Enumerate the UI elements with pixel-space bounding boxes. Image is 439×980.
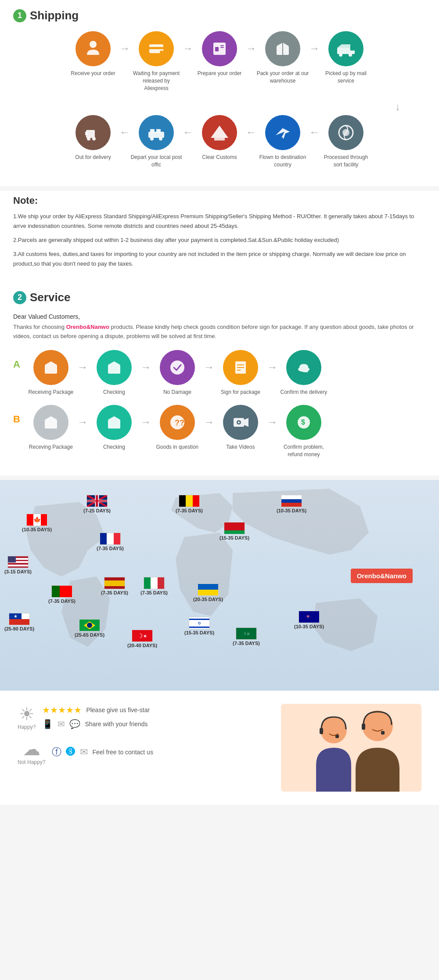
a-arrow4: →	[267, 361, 277, 373]
flow-a-receive: Receiving Package	[25, 350, 77, 396]
b-arrow2: →	[140, 416, 151, 428]
flow-item-prepare: Prepare your order	[193, 31, 246, 77]
happy-info: ★★★★★ Please give us five-star 📱 ✉ 💬 Sha…	[42, 705, 150, 729]
stars-row: ★★★★★ Please give us five-star	[42, 705, 150, 715]
mail-icon: ✉	[80, 746, 88, 758]
customs-label: Clear Customs	[202, 154, 237, 161]
b-video-icon	[223, 405, 258, 440]
svg-rect-5	[215, 47, 219, 51]
belgium-days: (7-35 DAYS)	[176, 508, 203, 513]
svg-point-17	[92, 137, 96, 141]
svg-rect-34	[45, 420, 57, 429]
svg-rect-6	[220, 45, 224, 46]
arrow3: →	[246, 42, 256, 54]
svg-point-3	[160, 50, 163, 54]
svg-rect-28	[108, 365, 120, 374]
service-intro: Dear Valued Customers,	[13, 313, 426, 320]
shipping-num: 1	[13, 9, 26, 22]
uk-days: (7-25 DAYS)	[83, 508, 111, 513]
not-happy-label: Not Happy?	[18, 759, 45, 765]
a-arrow1: →	[77, 361, 88, 373]
processed-label: Processed through sort facility	[320, 154, 372, 169]
service-row-a: A Receiving Package → Checking → No D	[13, 350, 426, 396]
happy-row: ☀ Happy? ★★★★★ Please give us five-star …	[18, 704, 268, 730]
svg-rect-15	[85, 132, 87, 135]
svg-rect-27	[45, 365, 57, 374]
flag-belgium: (7-35 DAYS)	[176, 495, 203, 513]
svg-point-16	[87, 137, 90, 141]
five-star-text: Please give us five-star	[86, 706, 150, 713]
row-a-flow: Receiving Package → Checking → No Damage…	[25, 350, 426, 396]
flow-b-receive: Receving Package	[25, 405, 77, 451]
pickup-label: Picked up by mail service	[320, 70, 372, 85]
shipping-title: 1 Shipping	[13, 9, 426, 22]
prepare-icon	[202, 31, 237, 66]
note-title: Note:	[13, 195, 426, 206]
flag-belarus: (15-35 DAYS)	[220, 522, 249, 540]
brand-box: Orenbo&Nanwo	[351, 569, 413, 583]
a-receive-label: Receiving Package	[29, 389, 74, 396]
a-confirm-label: Confirm the delivery	[281, 389, 327, 396]
service-title: 2 Service	[13, 291, 426, 304]
flow-item-delivery: Out for delivery	[67, 115, 119, 161]
flow-item-receive: Receive your order	[67, 31, 119, 77]
svg-point-29	[170, 360, 184, 375]
svg-rect-24	[214, 138, 225, 141]
a-sign-icon	[223, 350, 258, 385]
payment-label: Waiting for payment released by Aliexpre…	[130, 70, 183, 92]
russia-days: (10-35 DAYS)	[277, 508, 306, 513]
arrow-left4: ←	[309, 126, 320, 138]
svg-rect-49	[381, 731, 385, 735]
note-text-2: 2.Parcels are generally shipped out with…	[13, 235, 426, 245]
pickup-icon	[328, 31, 363, 66]
flag-turkey: ☽ ★ (20-40 DAYS)	[127, 630, 157, 648]
flag-brazil: (25-65 DAYS)	[75, 619, 104, 638]
b-refund-label: Confirm problem, refund money	[277, 443, 330, 458]
turkey-days: (20-40 DAYS)	[127, 643, 157, 648]
flow-b-check: Checking	[88, 405, 140, 451]
b-check-icon	[97, 405, 132, 440]
svg-point-21	[150, 137, 154, 141]
a-confirm-icon	[286, 350, 321, 385]
svg-rect-7	[220, 47, 224, 48]
contact-row: ⓕ 🅢 ✉ Feel free to contact us	[52, 746, 153, 759]
prepare-label: Prepare your order	[198, 70, 242, 77]
usa-days: (3-15 DAYS)	[4, 569, 32, 574]
flag-canada: 🍁 (10-35 DAYS)	[22, 514, 52, 532]
b-receive-label: Receving Package	[29, 443, 73, 451]
italy-days: (7-35 DAYS)	[140, 590, 168, 595]
row-b-flow: Receving Package → Checking → ?? Goods i…	[25, 405, 426, 458]
service-num: 2	[13, 291, 26, 304]
delivery-label: Out for delivery	[75, 154, 111, 161]
stars: ★★★★★	[42, 705, 82, 715]
flow-item-payment: Waiting for payment released by Aliexpre…	[130, 31, 183, 92]
flag-italy: (7-35 DAYS)	[140, 577, 168, 595]
b-video-label: Take Videos	[226, 443, 255, 451]
share-row: 📱 ✉ 💬 Share with your friends	[42, 719, 150, 729]
cloud-icon: ☁	[18, 739, 45, 759]
brazil-days: (25-65 DAYS)	[75, 632, 104, 638]
svg-point-22	[159, 137, 162, 141]
b-arrow1: →	[77, 416, 88, 428]
a-check-icon	[97, 350, 132, 385]
flow-b-video: Take Videos	[214, 405, 267, 451]
shipping-section: 1 Shipping Receive your order → Waiting …	[0, 0, 439, 186]
flow-item-pickup: Picked up by mail service	[320, 31, 372, 85]
not-happy-row: ☁ Not Happy? ⓕ 🅢 ✉ Feel free to contact …	[18, 739, 268, 765]
not-happy-info: ⓕ 🅢 ✉ Feel free to contact us	[52, 746, 153, 759]
payment-icon	[139, 31, 174, 66]
service-row-b: B Receving Package → Checking → ?? Goo	[13, 405, 426, 458]
arrow2: →	[183, 42, 193, 54]
svg-rect-45	[320, 728, 323, 734]
chat-icon: 💬	[69, 719, 80, 729]
down-arrow: ↓	[395, 101, 400, 113]
contact-text: Feel free to contact us	[92, 749, 153, 756]
flown-label: Flown to destination country	[256, 154, 309, 169]
row-a-label: A	[13, 359, 20, 370]
svg-rect-18	[148, 132, 164, 138]
flow-item-pack: Pack your order at our warehouse	[256, 31, 309, 85]
arrow-left2: ←	[183, 126, 193, 138]
facebook-icon: ⓕ	[52, 746, 61, 759]
svg-point-0	[90, 41, 97, 48]
row-b-label: B	[13, 414, 20, 425]
